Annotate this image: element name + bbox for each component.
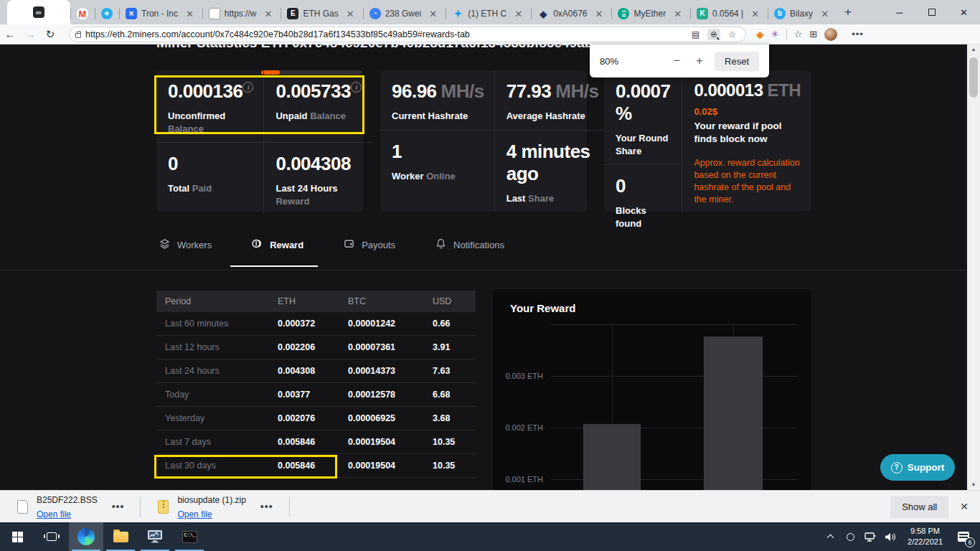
metamask-extension-icon[interactable]: ◆	[756, 29, 764, 40]
table-cell: 0.66	[433, 319, 476, 329]
volume-icon[interactable]	[882, 522, 899, 551]
table-cell: 0.002076	[278, 413, 348, 423]
browser-tab[interactable]: EETH Gas✕	[281, 3, 362, 24]
folder-icon	[113, 532, 128, 542]
scroll-up-arrow[interactable]: ▲	[967, 44, 980, 55]
browser-tab[interactable]: https://w✕	[202, 3, 281, 24]
window-controls: ─ ✕	[883, 0, 980, 24]
browser-tab[interactable]: bBilaxy✕	[768, 3, 837, 24]
rewards-table: Period ETH BTC USD Last 60 minutes0.0003…	[156, 291, 476, 478]
info-icon[interactable]: i	[351, 82, 362, 93]
tab-close-icon[interactable]: ✕	[672, 9, 684, 19]
tab-close-icon[interactable]: ✕	[512, 9, 524, 19]
tray-app-icon[interactable]	[842, 522, 859, 551]
favorites-bar-icon[interactable]: ☆	[794, 29, 803, 39]
tab-title: Tron - Inc	[141, 9, 178, 19]
forward-button[interactable]: →	[20, 28, 40, 40]
tab-notifications[interactable]: Notifications	[433, 228, 507, 267]
download-more-icon[interactable]: •••	[106, 501, 131, 512]
scrollbar-thumb[interactable]	[969, 57, 978, 98]
tab-title: https://w	[225, 9, 257, 19]
browser-tab[interactable]: ◔238 Gwei✕	[363, 3, 446, 24]
action-center-icon[interactable]: 6	[951, 522, 976, 551]
table-header-row: Period ETH BTC USD	[156, 291, 476, 312]
read-aloud-icon[interactable]: ▤	[688, 29, 703, 40]
profile-avatar[interactable]	[824, 28, 837, 41]
browser-tab[interactable]: ✈	[95, 3, 119, 24]
tab-close-icon[interactable]: ✕	[184, 9, 196, 19]
chart-gridline	[551, 324, 798, 325]
tab-close-icon[interactable]: ✕	[593, 9, 606, 19]
support-button[interactable]: ? Support	[880, 454, 955, 481]
browser-tab-active[interactable]: ∞	[7, 0, 70, 24]
chart-ytick-label: 0.001 ETH	[499, 475, 543, 484]
browser-menu-icon[interactable]: •••	[852, 29, 864, 39]
tray-chevron-icon[interactable]	[821, 522, 839, 551]
stat-last-24h-reward: 0.004308 Last 24 HoursReward	[263, 142, 371, 215]
tab-label: Workers	[177, 240, 212, 250]
chart-ytick-label: 0.002 ETH	[499, 423, 543, 432]
task-view-button[interactable]	[34, 522, 69, 551]
download-more-icon[interactable]: •••	[255, 501, 279, 512]
info-icon[interactable]: i	[242, 82, 253, 93]
table-cell: Last 30 days	[156, 461, 278, 471]
zoom-reset-button[interactable]: Reset	[715, 52, 759, 71]
chart-title: Your Reward	[510, 302, 575, 314]
zoom-out-button[interactable]: −	[669, 54, 684, 68]
zoom-in-button[interactable]: +	[692, 54, 707, 68]
tab-workers[interactable]: Workers	[156, 228, 215, 267]
address-bar[interactable]: https://eth.2miners.com/account/0x7c484c…	[69, 27, 746, 42]
tab-close-icon[interactable]: ✕	[427, 9, 439, 19]
downloads-bar: B25DF222.BSSOpen file•••biosupdate (1).z…	[0, 490, 980, 522]
back-button[interactable]: ←	[0, 28, 20, 40]
table-cell: 7.63	[433, 366, 476, 376]
taskbar-task-manager-button[interactable]	[138, 522, 172, 551]
taskbar-cmd-button[interactable]: C:\_	[172, 522, 207, 551]
taskbar-file-explorer-button[interactable]	[103, 522, 138, 551]
browser-tab[interactable]: K0.0564 |✕	[690, 3, 768, 24]
tab-reward[interactable]: Reward	[249, 228, 306, 267]
start-button[interactable]	[0, 522, 34, 551]
gwei-icon: ◔	[369, 8, 381, 19]
new-tab-button[interactable]: +	[837, 5, 859, 19]
document-icon	[209, 8, 220, 19]
collections-icon[interactable]: ⊞	[809, 29, 817, 39]
favorite-star-icon[interactable]: ☆	[725, 29, 740, 40]
url-text[interactable]: https://eth.2miners.com/account/0x7c484c…	[85, 29, 684, 39]
page-scrollbar[interactable]: ▲ ▼	[967, 44, 980, 490]
tab-close-icon[interactable]: ✕	[263, 9, 275, 19]
scroll-down-arrow[interactable]: ▼	[967, 480, 980, 490]
maximize-button[interactable]	[915, 0, 948, 24]
tab-close-icon[interactable]: ✕	[749, 9, 761, 19]
open-file-link[interactable]: Open file	[177, 509, 212, 519]
table-cell: Today	[156, 390, 278, 400]
table-cell: 0.00012578	[348, 390, 433, 400]
zoom-icon[interactable]	[707, 29, 720, 40]
stat-average-hashrate: 77.93MH/s Average Hashrate	[494, 70, 609, 130]
tab-payouts[interactable]: Payouts	[341, 228, 398, 267]
browser-tab[interactable]: M	[70, 3, 95, 24]
cmd-icon: C:\_	[182, 531, 197, 543]
chart-bar	[704, 336, 763, 490]
browser-tab[interactable]: ◆0xA0676✕	[531, 3, 611, 24]
show-all-downloads-button[interactable]: Show all	[890, 496, 948, 518]
downloads-close-icon[interactable]: ✕	[948, 501, 980, 512]
browser-tab[interactable]: ×Tron - Inc✕	[119, 3, 202, 24]
tab-close-icon[interactable]: ✕	[819, 9, 831, 19]
taskbar-clock[interactable]: 9:58 PM 2/22/2021	[902, 526, 948, 547]
open-file-link[interactable]: Open file	[37, 509, 71, 519]
tab-title: 0xA0676	[553, 9, 587, 19]
taskbar-edge-button[interactable]	[69, 522, 103, 551]
browser-tab[interactable]: ✦(1) ETH C✕	[446, 3, 531, 24]
extension-icon[interactable]: ✳	[771, 29, 779, 39]
table-cell: 10.35	[433, 461, 476, 471]
browser-tab[interactable]: ΞMyEther✕	[611, 3, 690, 24]
notification-badge: 6	[965, 537, 975, 547]
network-icon[interactable]	[862, 522, 879, 551]
minimize-button[interactable]: ─	[883, 0, 915, 24]
close-button[interactable]: ✕	[948, 0, 980, 24]
question-icon: ?	[891, 462, 903, 474]
tab-close-icon[interactable]: ✕	[344, 9, 357, 19]
refresh-button[interactable]: ↻	[40, 28, 60, 41]
download-filename: B25DF222.BSS	[37, 495, 98, 505]
